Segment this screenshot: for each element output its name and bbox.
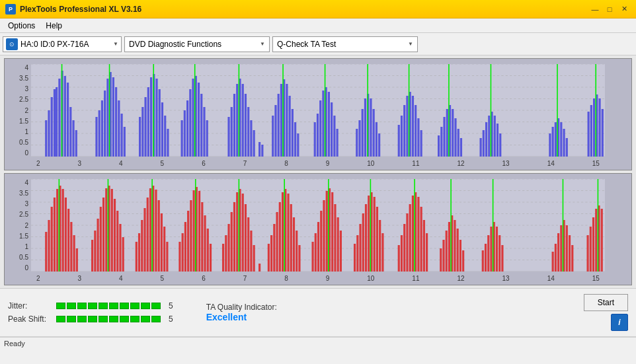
svg-rect-107 xyxy=(417,118,419,157)
svg-rect-168 xyxy=(97,219,99,272)
bottom-chart-y-axis: 4 3.5 3 2.5 2 1.5 1 0.5 0 xyxy=(5,179,31,272)
start-button[interactable]: Start xyxy=(584,294,628,311)
svg-rect-264 xyxy=(420,207,422,272)
ta-quality-section: TA Quality Indicator: Excellent xyxy=(206,303,277,322)
jitter-bars xyxy=(56,303,161,309)
peak-shift-bar-3 xyxy=(77,316,87,322)
svg-rect-240 xyxy=(334,204,336,272)
svg-rect-174 xyxy=(114,199,116,272)
svg-rect-160 xyxy=(62,189,64,272)
menu-options[interactable]: Options xyxy=(3,20,40,32)
svg-rect-221 xyxy=(273,224,275,272)
svg-rect-236 xyxy=(323,200,325,272)
svg-rect-230 xyxy=(298,245,300,272)
svg-rect-260 xyxy=(409,204,411,272)
svg-rect-181 xyxy=(141,220,143,272)
svg-rect-239 xyxy=(331,192,333,272)
svg-rect-274 xyxy=(457,229,459,272)
svg-rect-241 xyxy=(337,217,339,272)
svg-rect-57 xyxy=(231,107,233,157)
jitter-bar-4 xyxy=(88,303,97,309)
menu-help[interactable]: Help xyxy=(40,20,67,32)
svg-rect-68 xyxy=(261,145,263,157)
svg-rect-210 xyxy=(236,192,238,272)
svg-rect-170 xyxy=(102,198,104,272)
svg-rect-112 xyxy=(443,117,445,157)
svg-rect-83 xyxy=(322,91,324,157)
svg-rect-201 xyxy=(204,215,206,272)
svg-rect-118 xyxy=(460,138,462,157)
svg-rect-16 xyxy=(75,130,77,157)
jitter-bar-2 xyxy=(67,303,76,309)
svg-rect-77 xyxy=(294,122,296,157)
svg-rect-220 xyxy=(270,235,272,272)
svg-rect-190 xyxy=(166,242,168,272)
svg-rect-88 xyxy=(337,129,338,157)
svg-rect-14 xyxy=(69,107,71,157)
svg-rect-102 xyxy=(403,105,405,157)
svg-rect-173 xyxy=(111,189,113,272)
svg-rect-95 xyxy=(370,98,372,157)
svg-rect-208 xyxy=(231,212,233,272)
svg-rect-183 xyxy=(147,198,149,272)
svg-rect-213 xyxy=(245,204,247,272)
svg-rect-9 xyxy=(56,87,58,157)
svg-rect-59 xyxy=(236,84,238,157)
svg-rect-203 xyxy=(210,244,212,272)
svg-rect-285 xyxy=(501,245,503,272)
drive-selector[interactable]: ⊙ HA:0 ID:0 PX-716A ▼ xyxy=(3,36,122,52)
test-selector[interactable]: Q-Check TA Test ▼ xyxy=(272,36,418,52)
svg-rect-294 xyxy=(571,245,573,272)
svg-rect-46 xyxy=(186,100,188,157)
status-text: Ready xyxy=(4,340,25,347)
svg-rect-157 xyxy=(54,198,56,272)
svg-rect-218 xyxy=(222,244,224,272)
svg-rect-261 xyxy=(412,196,414,272)
close-button[interactable]: ✕ xyxy=(617,4,631,15)
svg-rect-301 xyxy=(601,209,603,272)
svg-rect-136 xyxy=(566,138,568,157)
svg-rect-85 xyxy=(328,92,330,157)
svg-rect-259 xyxy=(406,213,408,272)
svg-rect-134 xyxy=(560,122,562,157)
svg-rect-126 xyxy=(497,124,498,157)
svg-rect-293 xyxy=(569,235,571,272)
svg-rect-139 xyxy=(590,105,592,157)
svg-rect-92 xyxy=(362,109,364,157)
svg-rect-184 xyxy=(149,188,151,272)
svg-rect-271 xyxy=(448,222,450,272)
info-button[interactable]: i xyxy=(611,314,628,331)
svg-rect-20 xyxy=(54,89,56,157)
svg-rect-255 xyxy=(354,244,356,272)
svg-rect-140 xyxy=(593,98,595,157)
svg-rect-10 xyxy=(58,79,60,157)
svg-rect-195 xyxy=(187,211,189,272)
svg-rect-40 xyxy=(161,102,163,157)
function-selector[interactable]: DVD Diagnostic Functions ▼ xyxy=(124,36,270,52)
drive-label: HA:0 ID:0 PX-716A xyxy=(20,40,89,49)
jitter-bar-1 xyxy=(56,303,65,309)
svg-rect-155 xyxy=(48,220,50,272)
maximize-button[interactable]: □ xyxy=(603,4,616,15)
minimize-button[interactable]: — xyxy=(588,4,602,15)
svg-rect-75 xyxy=(289,96,291,157)
svg-rect-237 xyxy=(326,191,328,272)
svg-rect-87 xyxy=(333,116,335,157)
svg-rect-191 xyxy=(136,242,138,272)
peak-shift-row: Peak Shift: 5 xyxy=(8,314,173,324)
svg-rect-108 xyxy=(420,130,422,157)
svg-rect-275 xyxy=(459,240,461,272)
svg-rect-122 xyxy=(485,122,487,157)
svg-rect-66 xyxy=(227,117,229,157)
svg-rect-89 xyxy=(314,122,316,157)
svg-rect-116 xyxy=(454,118,456,157)
svg-rect-223 xyxy=(279,202,281,272)
svg-rect-292 xyxy=(566,225,568,272)
svg-rect-265 xyxy=(423,220,425,272)
svg-rect-186 xyxy=(155,190,157,272)
svg-rect-249 xyxy=(368,196,370,272)
svg-rect-286 xyxy=(482,250,484,272)
svg-rect-212 xyxy=(242,194,244,272)
svg-rect-101 xyxy=(401,116,403,157)
svg-rect-248 xyxy=(365,204,367,272)
